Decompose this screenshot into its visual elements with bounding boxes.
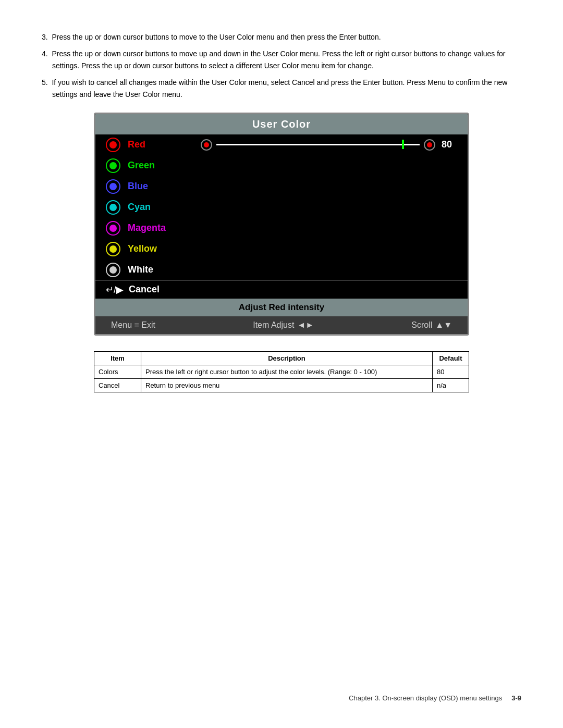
instruction-3-text: 3. Press the up or down cursor buttons t… [42, 33, 381, 41]
menu-item-cyan[interactable]: Cyan [95, 197, 468, 218]
page-footer: Chapter 3. On-screen display (OSD) menu … [349, 694, 521, 702]
table-row: Cancel Return to previous menu n/a [94, 378, 469, 392]
page-number: 3-9 [511, 694, 521, 702]
slider-thumb [402, 140, 404, 149]
instruction-5-text: 5. If you wish to cancel all changes mad… [42, 78, 507, 98]
nav-menu-exit-label: Menu = Exit [111, 320, 155, 330]
row-cancel-default: n/a [433, 378, 469, 392]
slider-value: 80 [442, 139, 457, 150]
cancel-label: Cancel [129, 284, 160, 295]
osd-menu: Red 80 Green [95, 134, 468, 299]
nav-item-adjust-label: Item Adjust [253, 320, 294, 330]
menu-item-yellow[interactable]: Yellow [95, 239, 468, 260]
nav-scroll-label: Scroll [411, 320, 432, 330]
nav-item-adjust: Item Adjust ◄► [253, 320, 314, 330]
red-slider-area: 80 [201, 139, 457, 151]
green-label: Green [128, 160, 190, 171]
slider-left-btn[interactable] [201, 139, 212, 151]
nav-ud-arrows: ▲▼ [435, 320, 452, 330]
osd-title: User Color [252, 118, 311, 130]
osd-title-bar: User Color [95, 114, 468, 134]
red-icon [106, 138, 120, 152]
yellow-icon [106, 242, 120, 256]
instruction-3: 3. Press the up or down cursor buttons t… [42, 31, 521, 43]
red-label: Red [128, 139, 190, 150]
white-icon [106, 263, 120, 277]
cancel-row[interactable]: ↵/▶ Cancel [95, 280, 468, 299]
yellow-label: Yellow [128, 243, 190, 254]
row-colors-description: Press the left or right cursor button to… [141, 365, 433, 378]
instructions-section: 3. Press the up or down cursor buttons t… [42, 31, 521, 100]
magenta-icon [106, 221, 120, 236]
instruction-4-text: 4. Press the up or down cursor buttons t… [42, 50, 505, 69]
slider-track [216, 144, 420, 145]
green-icon [106, 158, 120, 173]
status-text: Adjust Red intensity [239, 302, 324, 312]
osd-status-bar: Adjust Red intensity [95, 299, 468, 316]
nav-lr-arrows: ◄► [297, 320, 314, 330]
menu-item-blue[interactable]: Blue [95, 176, 468, 197]
magenta-label: Magenta [128, 223, 190, 233]
white-label: White [128, 264, 190, 275]
instruction-5: 5. If you wish to cancel all changes mad… [42, 77, 521, 100]
menu-item-green[interactable]: Green [95, 155, 468, 176]
osd-nav-bar: Menu = Exit Item Adjust ◄► Scroll ▲▼ [95, 316, 468, 334]
slider-right-btn[interactable] [424, 139, 435, 151]
table-header-row: Item Description Default [94, 351, 469, 365]
col-header-item: Item [94, 351, 141, 365]
blue-icon [106, 179, 120, 194]
menu-item-magenta[interactable]: Magenta [95, 218, 468, 239]
row-cancel-item: Cancel [94, 378, 141, 392]
menu-item-white[interactable]: White [95, 260, 468, 280]
cancel-enter-icon: ↵/▶ [106, 284, 124, 295]
row-colors-default: 80 [433, 365, 469, 378]
menu-item-red[interactable]: Red 80 [95, 134, 468, 155]
instruction-4: 4. Press the up or down cursor buttons t… [42, 48, 521, 71]
cyan-icon [106, 200, 120, 215]
col-header-description: Description [141, 351, 433, 365]
cyan-label: Cyan [128, 202, 190, 213]
nav-menu-exit: Menu = Exit [111, 320, 155, 330]
nav-scroll: Scroll ▲▼ [411, 320, 452, 330]
footer-chapter: Chapter 3. On-screen display (OSD) menu … [349, 694, 502, 702]
row-cancel-description: Return to previous menu [141, 378, 433, 392]
info-table: Item Description Default Colors Press th… [94, 351, 469, 392]
col-header-default: Default [433, 351, 469, 365]
table-row: Colors Press the left or right cursor bu… [94, 365, 469, 378]
blue-label: Blue [128, 181, 190, 192]
osd-screen: User Color Red 80 [94, 113, 469, 336]
row-colors-item: Colors [94, 365, 141, 378]
